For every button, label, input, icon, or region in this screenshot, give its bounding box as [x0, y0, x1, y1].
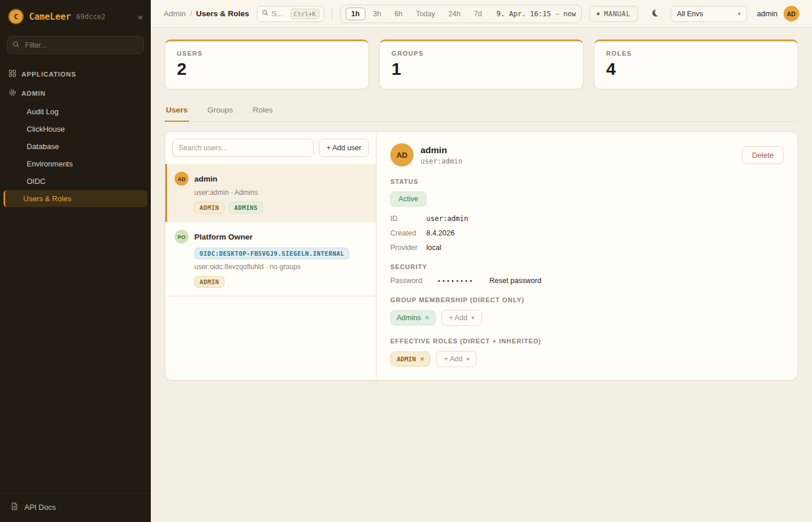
- remove-group-icon[interactable]: ×: [425, 314, 429, 322]
- app-logo-icon: C: [8, 9, 24, 24]
- avatar: PO: [175, 230, 188, 244]
- user-list: + Add user AD admin user:admin · Admins …: [165, 132, 376, 380]
- role-badge: ADMIN: [194, 202, 224, 213]
- avatar: AD: [175, 172, 188, 186]
- status-badge: Active: [390, 191, 426, 206]
- user-item-name: Platform Owner: [194, 233, 253, 241]
- tab-users[interactable]: Users: [165, 102, 189, 122]
- refresh-mode-button[interactable]: ● MANUAL: [589, 6, 638, 22]
- stat-card-roles[interactable]: ROLES 4: [594, 39, 798, 89]
- tab-groups[interactable]: Groups: [206, 102, 234, 122]
- add-role-button[interactable]: + Add ▾: [436, 351, 477, 367]
- app-root: C CameLeer 69dcce2 « APPLICATIONS ADMIN …: [0, 0, 812, 522]
- user-list-item-platform-owner[interactable]: PO Platform Owner OIDC:DESKTOP-FB5VGJ9.S…: [165, 222, 376, 296]
- breadcrumb: Admin / Users & Roles: [164, 9, 249, 18]
- breadcrumb-admin[interactable]: Admin: [164, 9, 186, 18]
- build-hash: 69dcce2: [76, 13, 106, 21]
- user-detail-header: AD admin user:admin Delete: [390, 143, 784, 166]
- add-role-label: + Add: [444, 355, 462, 363]
- group-chip-admins: Admins ×: [390, 310, 436, 325]
- user-item-meta: user:oidc:8evzqofluhld · no groups: [194, 263, 367, 271]
- add-group-button[interactable]: + Add ▾: [441, 310, 482, 326]
- stat-card-users[interactable]: USERS 2: [165, 39, 369, 89]
- sidebar-header: C CameLeer 69dcce2 «: [0, 0, 151, 32]
- stat-card-groups[interactable]: GROUPS 1: [379, 39, 583, 89]
- api-docs-link[interactable]: API Docs: [0, 493, 151, 522]
- sidebar-filter-input[interactable]: [7, 36, 144, 54]
- sidebar-section-applications[interactable]: APPLICATIONS: [0, 64, 151, 84]
- user-search-input[interactable]: [172, 139, 314, 157]
- env-selector-value: All Envs: [677, 10, 703, 18]
- provider-label: Provider: [390, 244, 426, 252]
- stat-value: 1: [392, 59, 571, 79]
- password-mask: ••••••••: [438, 277, 474, 284]
- delete-user-button[interactable]: Delete: [742, 146, 784, 164]
- sidebar-item-clickhouse[interactable]: ClickHouse: [3, 121, 147, 137]
- chevron-down-icon: ▾: [738, 10, 741, 17]
- time-range-3h[interactable]: 3h: [367, 8, 387, 20]
- reset-password-button[interactable]: Reset password: [490, 277, 542, 285]
- remove-role-icon[interactable]: ×: [420, 355, 424, 363]
- env-selector[interactable]: All Envs ▾: [670, 6, 747, 22]
- user-list-toolbar: + Add user: [165, 132, 376, 164]
- password-row: Password •••••••• Reset password: [390, 277, 784, 285]
- global-search[interactable]: Ctrl+K: [257, 6, 324, 22]
- sidebar-item-users-roles[interactable]: Users & Roles: [3, 190, 147, 207]
- gear-icon: [9, 89, 16, 97]
- tab-roles[interactable]: Roles: [252, 102, 274, 122]
- document-icon: [10, 502, 19, 512]
- breadcrumb-current: Users & Roles: [196, 9, 249, 18]
- grid-icon: [9, 70, 16, 78]
- range-start: 9. Apr. 16:15: [496, 10, 551, 18]
- time-range-24h[interactable]: 24h: [443, 8, 466, 20]
- sidebar-section-label: ADMIN: [21, 90, 46, 97]
- sidebar-item-environments[interactable]: Environments: [3, 155, 147, 172]
- sidebar-filter: [7, 36, 144, 54]
- detail-user-name: admin: [420, 145, 462, 155]
- time-range-today[interactable]: Today: [410, 8, 441, 20]
- page-content: USERS 2 GROUPS 1 ROLES 4 Users Groups Ro…: [151, 28, 812, 522]
- user-list-item-admin[interactable]: AD admin user:admin · Admins ADMIN ADMIN…: [165, 164, 376, 222]
- detail-fields: ID user:admin Created 8.4.2026 Provider …: [390, 215, 784, 252]
- user-detail: AD admin user:admin Delete STATUS Active…: [376, 132, 798, 380]
- avatar: AD: [390, 143, 414, 166]
- user-name: admin: [757, 9, 777, 18]
- role-chip-admin: ADMIN ×: [390, 351, 430, 367]
- id-value: user:admin: [426, 215, 784, 223]
- sidebar-item-database[interactable]: Database: [3, 138, 147, 155]
- effective-roles-heading: EFFECTIVE ROLES (DIRECT + INHERITED): [390, 338, 784, 345]
- user-item-meta: user:admin · Admins: [194, 188, 367, 197]
- user-menu[interactable]: admin AD: [757, 6, 799, 21]
- users-panel: + Add user AD admin user:admin · Admins …: [165, 131, 798, 380]
- refresh-mode-label: MANUAL: [604, 10, 630, 18]
- date-range-display[interactable]: 9. Apr. 16:15 — now: [496, 10, 576, 18]
- moon-icon: [650, 9, 659, 19]
- sidebar-item-oidc[interactable]: OIDC: [3, 173, 147, 190]
- global-search-input[interactable]: [272, 10, 287, 18]
- sidebar: C CameLeer 69dcce2 « APPLICATIONS ADMIN …: [0, 0, 151, 522]
- add-group-label: + Add: [449, 314, 467, 322]
- avatar[interactable]: AD: [784, 6, 799, 21]
- role-chips: ADMIN × + Add ▾: [390, 351, 784, 367]
- time-range-6h[interactable]: 6h: [389, 8, 408, 20]
- range-separator: —: [555, 10, 559, 18]
- refresh-dot-icon: ●: [597, 11, 600, 16]
- tab-bar: Users Groups Roles: [165, 102, 798, 122]
- top-bar: Admin / Users & Roles Ctrl+K 1h 3h 6h To…: [151, 0, 812, 28]
- time-range-1h[interactable]: 1h: [346, 8, 366, 20]
- time-range-group: 1h 3h 6h Today 24h 7d 9. Apr. 16:15 — no…: [340, 5, 582, 23]
- dark-mode-toggle[interactable]: [646, 5, 663, 23]
- search-shortcut-kbd: Ctrl+K: [291, 9, 320, 19]
- breadcrumb-separator: /: [190, 9, 192, 18]
- main-area: Admin / Users & Roles Ctrl+K 1h 3h 6h To…: [151, 0, 812, 522]
- stat-label: ROLES: [606, 50, 786, 57]
- role-badge: ADMIN: [194, 276, 224, 288]
- range-end: now: [563, 10, 576, 18]
- sidebar-item-audit-log[interactable]: Audit Log: [3, 103, 147, 120]
- sidebar-section-admin[interactable]: ADMIN: [0, 84, 151, 103]
- stat-label: GROUPS: [392, 50, 571, 57]
- time-range-7d[interactable]: 7d: [468, 8, 488, 20]
- sidebar-collapse-button[interactable]: «: [138, 12, 143, 21]
- add-user-button[interactable]: + Add user: [319, 139, 369, 157]
- header-divider: [332, 8, 332, 20]
